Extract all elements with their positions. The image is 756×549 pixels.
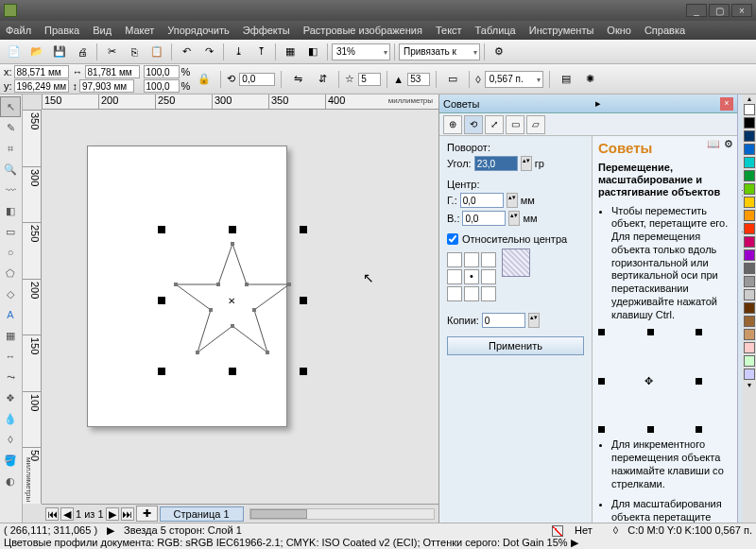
menu-effects[interactable]: Эффекты [243, 25, 290, 36]
anchor-sw[interactable] [447, 286, 462, 301]
palette-swatch[interactable] [744, 144, 755, 155]
palette-scroll-up[interactable]: ▴ [743, 94, 756, 103]
crop-tool-icon[interactable]: ⌗ [0, 138, 21, 159]
anchor-ne[interactable] [481, 252, 496, 267]
palette-swatch[interactable] [744, 223, 755, 234]
freehand-tool-icon[interactable]: 〰 [0, 180, 21, 200]
anchor-s[interactable] [464, 286, 479, 301]
handle-sw[interactable] [158, 368, 165, 375]
menu-edit[interactable]: Правка [44, 25, 79, 36]
cut-icon[interactable]: ✂ [101, 43, 122, 61]
hscroll-thumb[interactable] [250, 509, 307, 519]
star-shape[interactable] [171, 239, 294, 362]
menu-view[interactable]: Вид [93, 25, 112, 36]
handle-w[interactable] [158, 297, 165, 304]
paste-icon[interactable]: 📋 [146, 43, 167, 61]
import-icon[interactable]: ⤓ [228, 43, 249, 61]
menu-bitmaps[interactable]: Растровые изображения [303, 25, 422, 36]
page-last-button[interactable]: ⏭ [121, 507, 134, 521]
center-h-spinner[interactable]: ▴▾ [507, 193, 518, 208]
page-prev-button[interactable]: ◀ [60, 507, 74, 521]
anchor-c[interactable] [464, 269, 479, 284]
undo-icon[interactable]: ↶ [176, 43, 197, 61]
shape-tool-icon[interactable]: ✎ [0, 117, 21, 138]
palette-swatch[interactable] [744, 197, 755, 208]
handle-nw[interactable] [158, 226, 165, 233]
status-next-icon[interactable]: ▶ [107, 524, 114, 537]
x-input[interactable] [14, 65, 69, 78]
app-launcher-icon[interactable]: ▦ [280, 43, 301, 61]
palette-swatch[interactable] [744, 157, 755, 168]
width-input[interactable] [85, 65, 140, 78]
smart-fill-icon[interactable]: ◧ [0, 200, 21, 221]
open-icon[interactable]: 📂 [26, 43, 47, 61]
polygon-tool-icon[interactable]: ⬠ [0, 263, 21, 283]
handle-se[interactable] [300, 368, 307, 375]
handle-n[interactable] [229, 226, 236, 233]
transform-size-icon[interactable]: ▭ [506, 115, 524, 134]
palette-swatch[interactable] [744, 210, 755, 221]
menu-help[interactable]: Справка [644, 25, 685, 36]
handle-s[interactable] [229, 368, 236, 375]
scale-y-input[interactable] [144, 79, 180, 93]
page-first-button[interactable]: ⏮ [45, 507, 59, 521]
hscrollbar[interactable] [249, 508, 435, 520]
palette-swatch[interactable] [744, 236, 755, 248]
center-v-spinner[interactable]: ▴▾ [508, 211, 520, 226]
eyedropper-tool-icon[interactable]: 💧 [0, 408, 21, 429]
transform-position-icon[interactable]: ⊕ [443, 115, 462, 134]
star-points-input[interactable] [358, 73, 381, 86]
wrap-text-icon[interactable]: ▤ [556, 70, 576, 89]
palette-swatch[interactable] [744, 329, 755, 340]
connector-tool-icon[interactable]: ⤳ [0, 367, 21, 387]
y-input[interactable] [14, 79, 69, 93]
minimize-button[interactable]: _ [686, 4, 707, 17]
palette-swatch[interactable] [744, 316, 755, 327]
interactive-fill-icon[interactable]: ◐ [0, 471, 21, 491]
mirror-v-icon[interactable]: ⇵ [312, 70, 333, 89]
outline-pen-icon[interactable]: ▭ [442, 70, 463, 89]
palette-swatch[interactable] [744, 355, 755, 367]
palette-swatch[interactable] [744, 117, 755, 129]
transform-skew-icon[interactable]: ▱ [526, 115, 545, 134]
fill-swatch-icon[interactable] [552, 523, 565, 536]
outline-width-combo[interactable]: 0,567 п. [485, 71, 543, 88]
anchor-nw[interactable] [447, 252, 462, 267]
print-icon[interactable]: 🖨 [72, 43, 93, 61]
center-v-input[interactable] [462, 211, 506, 226]
docker-close-button[interactable]: × [720, 97, 733, 111]
add-page-button[interactable]: ✚ [136, 506, 158, 522]
outline-tool-icon[interactable]: ◊ [0, 429, 21, 450]
mirror-h-icon[interactable]: ⇋ [287, 70, 308, 89]
sharpness-input[interactable] [407, 73, 430, 86]
angle-spinner[interactable]: ▴▾ [521, 156, 532, 171]
dimension-tool-icon[interactable]: ↔ [0, 346, 21, 367]
outline-swatch-icon[interactable]: ◊ [613, 524, 618, 536]
menu-arrange[interactable]: Упорядочить [167, 25, 229, 36]
handle-ne[interactable] [300, 226, 307, 233]
palette-swatch[interactable] [744, 369, 755, 380]
text-tool-icon[interactable]: A [0, 304, 21, 325]
canvas[interactable]: ✕ ↖ [42, 110, 438, 504]
convert-icon[interactable]: ✺ [580, 70, 601, 89]
ruler-horizontal[interactable]: 150200250300350400 [42, 94, 438, 110]
scale-x-input[interactable] [144, 65, 180, 78]
menu-file[interactable]: Файл [6, 25, 31, 36]
rotate-input[interactable] [239, 73, 275, 86]
transform-scale-icon[interactable]: ⤢ [485, 115, 504, 134]
palette-swatch[interactable] [744, 170, 755, 181]
palette-swatch[interactable] [744, 289, 755, 300]
menu-window[interactable]: Окно [607, 25, 631, 36]
effects, blend-tool-icon[interactable]: ❖ [0, 387, 21, 408]
palette-swatch[interactable] [744, 276, 755, 287]
docker-titlebar[interactable]: Советы ▸ × [439, 94, 737, 113]
close-button[interactable]: × [731, 4, 752, 17]
redo-icon[interactable]: ↷ [198, 43, 219, 61]
palette-swatch[interactable] [744, 130, 755, 142]
palette-swatch[interactable] [744, 263, 755, 274]
rectangle-tool-icon[interactable]: ▭ [0, 221, 21, 242]
hints-book-icon[interactable]: 📖 [707, 138, 720, 150]
palette-swatch[interactable] [744, 183, 755, 195]
palette-swatch[interactable] [744, 302, 755, 314]
zoom-combo[interactable]: 31% [332, 43, 390, 60]
